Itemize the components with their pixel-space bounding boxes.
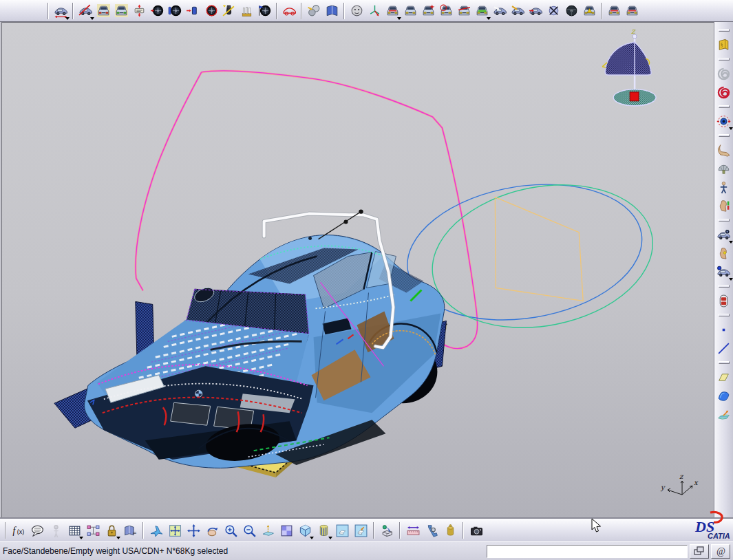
toolbar-grip[interactable]	[719, 314, 730, 316]
eye-target-dropdown-arrow[interactable]	[729, 127, 733, 130]
cylinder-arrow-icon[interactable]	[184, 3, 201, 19]
dialog-toggle-button[interactable]	[690, 544, 709, 559]
command-input[interactable]	[487, 545, 688, 558]
eye-target-icon[interactable]	[716, 113, 732, 129]
vehicle-camera-dropdown-arrow[interactable]	[729, 241, 733, 244]
rear-view-d-icon[interactable]	[624, 3, 640, 19]
relations-icon[interactable]	[85, 522, 101, 539]
vehicle-tow-arrow-icon[interactable]	[527, 3, 544, 19]
swirl-red-icon[interactable]	[716, 84, 732, 100]
fit-all-in-icon[interactable]	[167, 522, 183, 539]
vehicle-blue-point-dropdown-arrow[interactable]	[729, 278, 733, 281]
toolbar-grip[interactable]	[719, 29, 730, 32]
blue-catalog-icon[interactable]	[323, 3, 340, 19]
isometric-view-dropdown-arrow[interactable]	[310, 537, 314, 539]
rear-view-plain-icon[interactable]	[402, 3, 418, 19]
sphere-face-icon[interactable]	[348, 3, 365, 19]
manikin-icon[interactable]	[716, 179, 732, 195]
annotations-icon[interactable]	[29, 522, 45, 539]
measure-item-icon[interactable]	[423, 522, 440, 539]
rear-view-star-icon[interactable]	[420, 3, 436, 19]
toolbar-grip[interactable]	[719, 219, 730, 222]
surface-icon[interactable]	[716, 387, 732, 404]
fly-mode-icon[interactable]	[148, 522, 164, 539]
power-input-button[interactable]: @	[711, 544, 730, 559]
rules-book-icon[interactable]: =	[122, 522, 138, 539]
toolbar-separator	[343, 3, 345, 19]
design-table-icon[interactable]	[66, 522, 83, 539]
bottle-rack-icon[interactable]	[238, 3, 255, 19]
rear-view-green-hood-icon[interactable]	[474, 3, 490, 19]
steering-wheel-icon[interactable]	[563, 3, 580, 19]
wheel-red-rim-icon[interactable]	[202, 3, 219, 19]
vehicle-slash-icon[interactable]	[77, 3, 94, 19]
head-acoustics-icon[interactable]	[716, 245, 732, 261]
formula-fx-icon[interactable]: f(x)	[10, 522, 27, 539]
point-icon[interactable]	[716, 321, 732, 338]
lock-icon[interactable]	[103, 522, 120, 539]
isometric-view-icon[interactable]	[297, 522, 313, 539]
line-icon[interactable]	[716, 340, 732, 356]
normal-view-icon[interactable]	[259, 522, 276, 539]
zoom-in-icon[interactable]	[222, 522, 239, 539]
toolbar-grip[interactable]	[719, 105, 730, 108]
axis-target-icon[interactable]	[366, 3, 383, 19]
rear-view-red-cap-icon[interactable]	[384, 3, 401, 19]
vehicle-outline-red-icon[interactable]	[281, 3, 297, 19]
wheel-arrow-left-icon[interactable]	[149, 3, 165, 19]
viewport-3d[interactable]: z z x y	[1, 22, 714, 519]
rear-view-c-icon[interactable]	[606, 3, 622, 19]
vehicle-wheelbase-icon[interactable]	[52, 3, 69, 19]
design-table-dropdown-arrow[interactable]	[79, 537, 83, 539]
rear-view-circle-icon[interactable]	[438, 3, 454, 19]
flask-strike-icon[interactable]	[220, 3, 237, 19]
toolbar-grip[interactable]	[719, 134, 730, 137]
toolbar-grip[interactable]	[719, 58, 730, 61]
rear-view-red-cap-dropdown-arrow[interactable]	[397, 17, 401, 20]
vehicle-arrow-white-icon[interactable]	[491, 3, 508, 19]
head-vision-bars-icon[interactable]	[716, 197, 732, 214]
measure-icon[interactable]	[379, 522, 395, 539]
rear-view-strike-icon[interactable]	[456, 3, 472, 19]
sphere-cross-icon[interactable]	[545, 3, 562, 19]
render-style-icon[interactable]	[315, 522, 332, 539]
vehicle-top-view-icon[interactable]	[716, 292, 732, 309]
rear-view-green-hood-dropdown-arrow[interactable]	[487, 17, 491, 20]
plate-vertical-arrows-icon[interactable]	[131, 3, 147, 19]
front-view-warning-icon[interactable]	[581, 3, 597, 19]
toolbar-grip[interactable]	[719, 361, 730, 364]
measure-inertia-icon[interactable]	[442, 522, 458, 539]
toolbar-separator	[72, 3, 74, 19]
catalog-browser-icon[interactable]: §	[716, 36, 732, 53]
vision-dome-icon[interactable]	[716, 160, 732, 177]
wheel-blue-panel-icon[interactable]	[167, 3, 183, 19]
compass[interactable]: z	[602, 27, 656, 106]
visible-space-swap-icon[interactable]	[352, 522, 369, 539]
vehicle-camera-icon[interactable]	[716, 226, 732, 243]
multi-view-icon[interactable]	[278, 522, 295, 539]
zoom-out-icon[interactable]	[241, 522, 257, 539]
pan-icon[interactable]	[185, 522, 202, 539]
front-view-green-lights-icon[interactable]	[113, 3, 129, 19]
vehicle-slash-dropdown-arrow[interactable]	[90, 17, 94, 20]
swirl-light-icon[interactable]	[716, 65, 732, 82]
vehicle-wheelbase-dropdown-arrow[interactable]	[65, 17, 70, 20]
plane-icon[interactable]	[716, 369, 732, 385]
front-view-red-lights-icon[interactable]	[95, 3, 111, 19]
wheel-flag-icon[interactable]	[256, 3, 273, 19]
vehicle-arrow-gold-icon[interactable]	[509, 3, 526, 19]
vehicle-blue-point-icon[interactable]	[716, 263, 732, 280]
catia-window: z z x y § f(x)= DS CATIA Face/Standebene…	[0, 0, 733, 560]
snapshot-camera-icon[interactable]	[468, 522, 485, 539]
lock-dropdown-arrow[interactable]	[116, 537, 120, 539]
rotate-icon[interactable]	[204, 522, 220, 539]
quad-curve-orange[interactable]	[495, 197, 583, 301]
seat-posture-icon[interactable]	[716, 142, 732, 158]
projection-icon[interactable]	[716, 406, 732, 422]
toolbar-grip[interactable]	[719, 285, 730, 288]
spheres-arrow-icon[interactable]	[306, 3, 322, 19]
render-style-dropdown-arrow[interactable]	[328, 537, 332, 539]
hide-show-icon[interactable]	[334, 522, 350, 539]
measure-between-icon[interactable]	[405, 522, 421, 539]
svg-text:=: =	[132, 528, 136, 536]
